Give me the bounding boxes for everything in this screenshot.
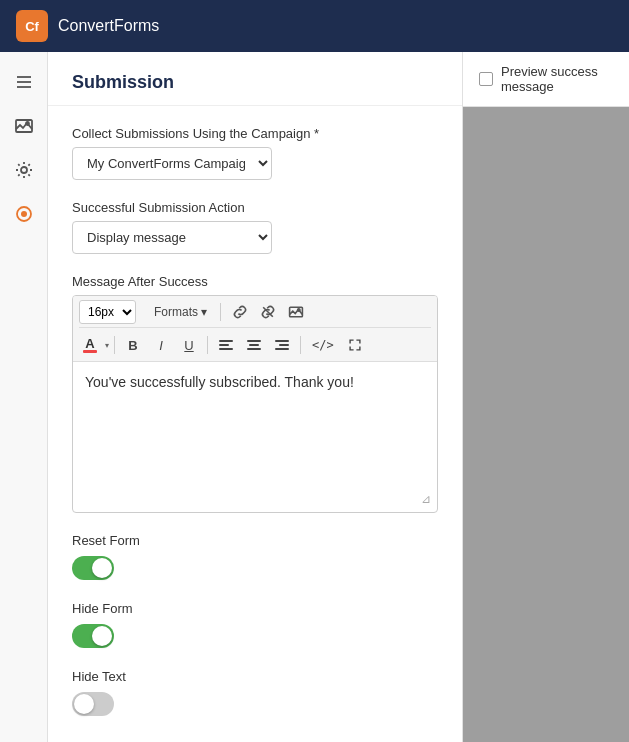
hide-text-toggle[interactable] [72, 692, 114, 716]
main-layout: Submission Collect Submissions Using the… [0, 52, 629, 742]
italic-button[interactable]: I [148, 333, 174, 357]
formats-dropdown[interactable]: Formats ▾ [148, 300, 213, 324]
align-right-button[interactable] [269, 333, 295, 357]
underline-button[interactable]: U [176, 333, 202, 357]
content-area: Submission Collect Submissions Using the… [48, 52, 629, 742]
toolbar-divider4 [300, 336, 301, 354]
sidebar-settings-icon[interactable] [6, 152, 42, 188]
app-logo: Cf [16, 10, 48, 42]
app-name: ConvertForms [58, 17, 159, 35]
editor-toolbar: 16px 12px 14px 18px 24px Formats ▾ [73, 296, 437, 362]
sidebar-list-icon[interactable] [6, 64, 42, 100]
reset-form-toggle[interactable] [72, 556, 114, 580]
sidebar-circle-icon[interactable] [6, 196, 42, 232]
toolbar-divider3 [207, 336, 208, 354]
reset-form-group: Reset Form [72, 533, 438, 583]
left-panel: Submission Collect Submissions Using the… [48, 52, 463, 742]
preview-header: Preview success message [463, 52, 629, 107]
align-left-button[interactable] [213, 333, 239, 357]
link-button[interactable] [228, 300, 252, 324]
toolbar-row2: A ▾ B I U [79, 330, 431, 357]
icon-sidebar [0, 52, 48, 742]
align-center-button[interactable] [241, 333, 267, 357]
hide-form-toggle[interactable] [72, 624, 114, 648]
app-header: Cf ConvertForms [0, 0, 629, 52]
right-panel: Preview success message [463, 52, 629, 742]
editor-body[interactable]: You've successfully subscribed. Thank yo… [73, 362, 437, 512]
action-label: Successful Submission Action [72, 200, 438, 215]
collect-campaign-select[interactable]: My ConvertForms Campaign [72, 147, 272, 180]
hide-form-group: Hide Form [72, 601, 438, 651]
toolbar-row1: 16px 12px 14px 18px 24px Formats ▾ [79, 300, 431, 328]
message-label: Message After Success [72, 274, 438, 289]
hide-form-thumb [92, 626, 112, 646]
preview-label[interactable]: Preview success message [501, 64, 613, 94]
color-caret: ▾ [105, 341, 109, 350]
reset-form-label: Reset Form [72, 533, 438, 548]
hide-text-thumb [74, 694, 94, 714]
toolbar-divider2 [114, 336, 115, 354]
resize-handle[interactable]: ⊿ [421, 490, 431, 508]
collect-label: Collect Submissions Using the Campaign * [72, 126, 438, 141]
submission-action-group: Successful Submission Action Display mes… [72, 200, 438, 254]
bold-button[interactable]: B [120, 333, 146, 357]
preview-checkbox[interactable] [479, 72, 493, 86]
svg-point-7 [21, 211, 27, 217]
preview-body [463, 107, 629, 742]
text-color-button[interactable]: A [79, 333, 101, 357]
font-size-select[interactable]: 16px 12px 14px 18px 24px [79, 300, 136, 324]
svg-line-8 [263, 307, 273, 317]
code-button[interactable]: </> [306, 333, 340, 357]
unlink-button[interactable] [256, 300, 280, 324]
editor-container: 16px 12px 14px 18px 24px Formats ▾ [72, 295, 438, 513]
collect-submissions-group: Collect Submissions Using the Campaign *… [72, 126, 438, 180]
hide-text-label: Hide Text [72, 669, 438, 684]
hide-form-label: Hide Form [72, 601, 438, 616]
panel-body: Collect Submissions Using the Campaign *… [48, 106, 462, 742]
action-select[interactable]: Display message Redirect to URL [72, 221, 272, 254]
sidebar-image-icon[interactable] [6, 108, 42, 144]
toolbar-divider [220, 303, 221, 321]
message-group: Message After Success 16px 12px 14px 18p… [72, 274, 438, 513]
fullscreen-button[interactable] [342, 333, 368, 357]
panel-header: Submission [48, 52, 462, 106]
editor-content: You've successfully subscribed. Thank yo… [85, 374, 354, 390]
svg-point-5 [21, 167, 27, 173]
reset-form-thumb [92, 558, 112, 578]
panel-title: Submission [72, 72, 438, 93]
hide-text-group: Hide Text [72, 669, 438, 719]
insert-image-button[interactable] [284, 300, 308, 324]
